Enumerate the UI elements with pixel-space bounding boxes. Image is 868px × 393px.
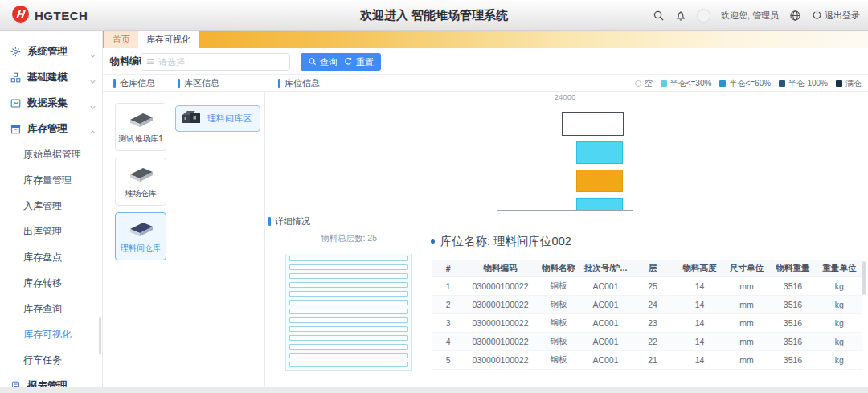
table-cell: AC001 [581, 351, 631, 370]
logo[interactable]: HGTECH [11, 0, 88, 31]
warehouse-card[interactable]: 堆场仓库 [115, 158, 166, 206]
warehouse-slab-icon [125, 166, 156, 186]
table-row[interactable]: 3030000100022钢板AC0012314mm3516kg [432, 314, 862, 333]
search-icon[interactable] [653, 10, 665, 22]
legend-label: 空 [645, 78, 653, 89]
table-cell: 030000100022 [465, 314, 537, 333]
legend-swatch [661, 80, 667, 87]
sidebar-item-5[interactable]: 库存量管理 [0, 167, 102, 193]
avatar[interactable] [697, 9, 710, 23]
layer-stack-diagram [285, 254, 412, 371]
table-cell: 钢板 [537, 351, 581, 370]
sidebar-item-2[interactable]: 数据采集 [0, 90, 102, 116]
slot-box-empty[interactable] [562, 112, 624, 136]
stack-layer [289, 344, 408, 350]
table-cell: 钢板 [537, 314, 581, 333]
table-cell: kg [817, 351, 862, 370]
stack-layer [289, 291, 408, 297]
total-layers: 物料总层数: 25 [285, 233, 412, 244]
table-cell: 14 [675, 277, 725, 296]
sidebar-item-4[interactable]: 原始单据管理 [0, 141, 102, 167]
stack-layer [289, 282, 408, 288]
logo-text: HGTECH [35, 9, 88, 23]
legend-item: 满仓 [836, 78, 862, 89]
table-header-cell: 物料名称 [537, 260, 581, 277]
globe-icon[interactable] [789, 10, 801, 22]
cubes-icon [10, 72, 22, 83]
magnifier-icon [308, 57, 317, 68]
area-card[interactable]: 理料间库区 [175, 105, 260, 132]
slot-layout-diagram [497, 104, 633, 211]
table-cell: 3516 [769, 333, 817, 351]
sidebar-item-7[interactable]: 出库管理 [0, 219, 102, 244]
bullet-icon [431, 239, 435, 244]
table-cell: 3516 [769, 277, 817, 296]
slot-box-cyan[interactable] [576, 141, 623, 164]
table-cell: 24 [631, 296, 675, 314]
section-title-detail: 详细情况 [268, 215, 310, 227]
app-root: HGTECH 欢迎进入 智能堆场管理系统 欢迎您, 管理员 退出登录 系统管理基… [0, 0, 868, 393]
sidebar-scrollbar[interactable] [99, 317, 101, 354]
sidebar-item-label: 库存盘点 [23, 251, 62, 264]
slot-box-cyan[interactable] [576, 198, 623, 211]
table-cell: 23 [631, 314, 675, 333]
content-area: 测试堆场库1堆场仓库理料间仓库 理料间库区 24000 详细情况 物料总层数: … [103, 92, 868, 387]
bell-icon[interactable] [675, 10, 686, 22]
reset-icon [344, 57, 353, 68]
table-row[interactable]: 5030000100022钢板AC0012114mm3516kg [432, 351, 862, 370]
table-cell: 25 [631, 277, 675, 296]
table-cell: mm [725, 277, 769, 296]
stack-layer [289, 326, 408, 332]
total-layers-value: 25 [367, 233, 377, 243]
material-code-input[interactable] [158, 57, 285, 67]
list-icon [146, 55, 154, 69]
table-header-cell: # [432, 260, 465, 277]
table-cell: 3516 [769, 296, 817, 314]
warehouse-card[interactable]: 测试堆场库1 [115, 103, 166, 151]
sidebar-item-10[interactable]: 库存查询 [0, 296, 102, 321]
warehouse-name: 堆场仓库 [125, 189, 157, 198]
sidebar-item-1[interactable]: 基础建模 [0, 64, 102, 90]
hgtech-logo-icon [11, 5, 30, 27]
section-bar [268, 217, 271, 226]
sidebar-item-12[interactable]: 行车任务 [0, 347, 102, 373]
legend-item: 半仓<=30% [661, 78, 712, 89]
tab-inventory-visualization[interactable]: 库存可视化 [138, 31, 199, 48]
header-actions: 欢迎您, 管理员 退出登录 [653, 0, 860, 31]
table-scrollbar[interactable] [862, 261, 866, 295]
sidebar-item-9[interactable]: 库存转移 [0, 270, 102, 296]
total-layers-label: 物料总层数: [321, 233, 365, 243]
slot-dimension-label: 24000 [497, 92, 633, 101]
table-cell: mm [725, 296, 769, 314]
table-cell: 3516 [769, 351, 817, 370]
sidebar-item-label: 原始单据管理 [23, 148, 81, 162]
table-row[interactable]: 2030000100022钢板AC0012414mm3516kg [432, 296, 862, 314]
table-row[interactable]: 1030000100022钢板AC0012514mm3516kg [432, 277, 862, 296]
sidebar-item-label: 入库管理 [23, 199, 62, 213]
warehouse-card[interactable]: 理料间仓库 [115, 212, 166, 260]
slot-box-orange[interactable] [576, 170, 623, 192]
reset-button[interactable]: 重置 [337, 53, 381, 71]
section-bar [178, 79, 180, 88]
sidebar-item-11[interactable]: 库存可视化 [0, 321, 102, 347]
warehouse-name: 测试堆场库1 [118, 134, 163, 143]
slot-name-heading: 库位名称: 理料间库位002 [431, 234, 571, 249]
main-area: 首页库存可视化 物料编码: 查询 重置 仓库信息 库区信息 库位信息 空半仓<=… [103, 31, 868, 393]
table-cell: 4 [432, 333, 465, 351]
table-header-cell: 尺寸单位 [725, 260, 769, 277]
table-cell: AC001 [581, 314, 631, 333]
stack-layer [289, 353, 408, 358]
sidebar-item-label: 基础建模 [27, 71, 68, 84]
legend-item: 空 [635, 78, 653, 89]
table-cell: 钢板 [537, 296, 581, 314]
sidebar-item-0[interactable]: 系统管理 [0, 39, 102, 64]
sidebar-item-3[interactable]: 库存管理 [0, 116, 102, 141]
table-header-cell: 物料重量 [769, 260, 817, 277]
legend-item: 半仓<=60% [719, 78, 771, 89]
sidebar-item-6[interactable]: 入库管理 [0, 193, 102, 219]
stack-layer [289, 362, 408, 367]
tab-home[interactable]: 首页 [104, 31, 138, 48]
table-row[interactable]: 4030000100022钢板AC0012214mm3516kg [432, 333, 862, 351]
logout-button[interactable]: 退出登录 [812, 10, 860, 22]
sidebar-item-8[interactable]: 库存盘点 [0, 244, 102, 270]
